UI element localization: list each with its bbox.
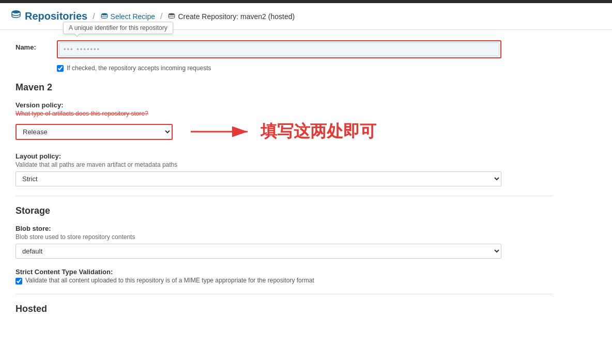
name-input-container: A unique identifier for this repository	[57, 40, 501, 58]
breadcrumb-current: Create Repository: maven2 (hosted)	[167, 12, 295, 21]
name-label: Name:	[16, 40, 57, 51]
maven2-title: Maven 2	[16, 82, 553, 93]
storage-title: Storage	[16, 205, 553, 216]
layout-policy-hint: Validate that all paths are maven artifa…	[16, 161, 553, 168]
strict-content-checkbox-row: Validate that all content uploaded to th…	[16, 277, 553, 284]
repos-icon	[10, 9, 22, 23]
annotation-text: 填写这两处即可	[261, 120, 376, 143]
blob-store-label: Blob store:	[16, 225, 553, 232]
strict-content-group: Strict Content Type Validation: Validate…	[16, 268, 553, 284]
layout-policy-select[interactable]: Strict Permissive	[16, 171, 501, 186]
version-policy-select[interactable]: Release Snapshot Mixed	[17, 125, 172, 139]
version-policy-label: Version policy:	[16, 101, 553, 109]
hosted-divider	[16, 294, 553, 294]
create-repo-icon	[167, 12, 176, 21]
version-policy-hint: What type of artifacts does this reposit…	[16, 110, 553, 117]
name-row: Name: A unique identifier for this repos…	[16, 40, 553, 58]
online-hint: If checked, the repository accepts incom…	[67, 65, 211, 72]
layout-policy-group: Layout policy: Validate that all paths a…	[16, 152, 553, 186]
version-policy-container: Release Snapshot Mixed	[16, 124, 173, 140]
hosted-title: Hosted	[16, 304, 553, 314]
blob-store-group: Blob store: Blob store used to store rep…	[16, 225, 553, 259]
strict-content-label: Strict Content Type Validation:	[16, 268, 553, 276]
page-title: Repositories	[25, 10, 87, 22]
annotation-container: Release Snapshot Mixed 填写这两处即可	[16, 120, 553, 143]
select-recipe-link[interactable]: Select Recipe	[100, 12, 155, 21]
blob-store-select[interactable]: default	[16, 244, 501, 259]
blob-store-hint: Blob store used to store repository cont…	[16, 233, 553, 241]
annotation-group: 填写这两处即可	[188, 120, 376, 143]
online-checkbox[interactable]	[57, 65, 64, 72]
svg-point-0	[12, 10, 20, 13]
breadcrumb-sep-2: /	[160, 12, 162, 21]
svg-point-2	[169, 13, 175, 15]
name-tooltip: A unique identifier for this repository	[63, 22, 173, 34]
svg-point-1	[101, 13, 108, 15]
main-content: Name: A unique identifier for this repos…	[0, 30, 569, 333]
online-row: If checked, the repository accepts incom…	[57, 65, 553, 72]
name-input[interactable]	[59, 42, 499, 56]
annotation-arrow-svg	[188, 122, 255, 141]
breadcrumb-sep-1: /	[93, 12, 95, 21]
strict-content-hint: Validate that all content uploaded to th…	[25, 277, 314, 284]
select-recipe-icon	[100, 12, 109, 21]
version-policy-group: Version policy: What type of artifacts d…	[16, 101, 553, 143]
strict-content-checkbox[interactable]	[16, 278, 22, 284]
storage-divider	[16, 196, 553, 196]
name-input-wrap: A unique identifier for this repository	[57, 40, 501, 58]
layout-policy-label: Layout policy:	[16, 152, 553, 160]
